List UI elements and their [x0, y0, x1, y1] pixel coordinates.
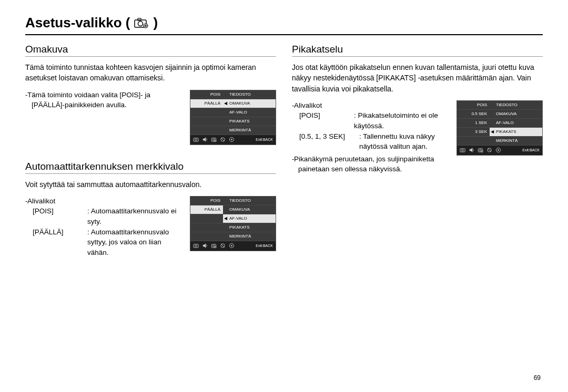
lcd-right-item: OMAKUVA [490, 110, 542, 119]
lcd-footer-icon [193, 243, 199, 249]
section-af-title: Automaattitarkennuksen merkkivalo [25, 161, 276, 174]
section-pikakatselu-row: Alivalikot [POIS] : Pikakatselutoiminto … [292, 100, 543, 174]
lcd-right-item: AF-VALO [490, 119, 542, 128]
camera-settings-icon [134, 18, 149, 28]
svg-point-19 [231, 245, 232, 247]
lcd-left-item: POIS [190, 90, 223, 99]
page-title: Asetus-valikko ( [25, 15, 130, 31]
lcd-right-item: TIEDOSTO [490, 101, 542, 110]
lcd-footer: Exit:BACK [190, 135, 276, 145]
lcd-left-item: 1 SEK [457, 119, 490, 128]
lcd-right-item: ◀AF-VALO [223, 214, 276, 223]
page-title-row: Asetus-valikko ( ) [25, 15, 543, 35]
lcd-footer-icon [460, 147, 465, 153]
section-omakuva-body: Tämä toiminto tunnistaa kohteen kasvojen… [25, 62, 276, 84]
lcd-right-item: PIKAKATS [223, 223, 276, 232]
lcd-left-item [190, 214, 223, 223]
lcd-right-item: AF-VALO [223, 108, 276, 117]
svg-point-5 [195, 139, 197, 141]
svg-point-21 [462, 150, 464, 152]
lcd-right-item: TIEDOSTO [223, 90, 276, 99]
lcd-omakuva: POISPÄÄLLÄ TIEDOSTO◀OMAKUVAAF-VALOPIKAKA… [190, 90, 276, 145]
lcd-left-item: PÄÄLLÄ [190, 205, 223, 214]
lcd-right-item: OMAKUVA [223, 205, 276, 214]
lcd-right-item: ◀PIKAKATS [490, 128, 542, 137]
lcd-left-item [190, 117, 223, 126]
left-column: Omakuva Tämä toiminto tunnistaa kohteen … [25, 44, 276, 257]
lcd-exit-label: Exit:BACK [522, 148, 540, 152]
svg-point-11 [231, 139, 232, 140]
lcd-footer-icon [229, 137, 235, 142]
lcd-right-item: ◀OMAKUVA [223, 99, 276, 108]
lcd-footer-icon [495, 147, 501, 153]
lcd-footer-icon [211, 243, 217, 249]
lcd-footer-icon [469, 147, 474, 153]
lcd-footer-icon [211, 137, 217, 142]
lcd-af: POISPÄÄLLÄ TIEDOSTOOMAKUVA◀AF-VALOPIKAKA… [190, 196, 276, 251]
lcd-right-item: MERKINTÄ [223, 232, 276, 241]
svg-point-15 [213, 245, 215, 247]
page-number: 69 [534, 374, 541, 381]
svg-point-16 [215, 246, 216, 248]
lcd-left-item [457, 137, 490, 146]
section-af-row: Alivalikot [POIS] : Automaattitarkennusv… [25, 196, 276, 257]
lcd-left-item: 0.5 SEK [457, 110, 490, 119]
right-column: Pikakatselu Jos otat käyttöön pikakatsel… [292, 44, 543, 257]
svg-point-27 [498, 150, 499, 151]
lcd-footer-icon [478, 147, 483, 153]
lcd-footer-icon [229, 243, 235, 249]
lcd-exit-label: Exit:BACK [256, 138, 273, 141]
svg-rect-1 [138, 18, 141, 20]
section-pikakatselu-details: Alivalikot [POIS] : Pikakatselutoiminto … [292, 100, 447, 174]
triangle-left-icon: ◀ [224, 216, 227, 221]
svg-point-2 [138, 21, 143, 26]
lcd-left-item [190, 126, 223, 135]
page-title-close: ) [153, 15, 158, 31]
lcd-footer-icon [220, 137, 226, 142]
content-columns: Omakuva Tämä toiminto tunnistaa kohteen … [25, 44, 543, 257]
table-row: [0.5, 1, 3 SEK] : Tallennettu kuva näkyy… [292, 131, 447, 152]
lcd-pikakatselu: POIS0.5 SEK1 SEK3 SEK TIEDOSTOOMAKUVAAF-… [457, 100, 543, 156]
triangle-left-icon: ◀ [491, 129, 494, 134]
lcd-footer: Exit:BACK [457, 146, 542, 155]
svg-point-24 [481, 151, 483, 152]
lcd-right-item: TIEDOSTO [223, 197, 276, 205]
lcd-exit-label: Exit:BACK [256, 244, 273, 247]
lcd-left-item: 3 SEK [457, 128, 490, 137]
section-af-details: Alivalikot [POIS] : Automaattitarkennusv… [25, 196, 180, 257]
svg-point-8 [215, 140, 216, 142]
lcd-left-item [190, 108, 223, 117]
lcd-left-item: POIS [457, 101, 490, 110]
svg-point-23 [480, 150, 482, 152]
lcd-right-item: MERKINTÄ [223, 126, 276, 135]
lcd-footer-icon [202, 137, 208, 142]
table-row: [POIS] : Pikakatselutoiminto ei ole käyt… [292, 110, 447, 131]
lcd-left-item: PÄÄLLÄ [190, 99, 223, 108]
lcd-footer: Exit:BACK [190, 241, 276, 251]
lcd-right-item: PIKAKATS [223, 117, 276, 126]
section-omakuva-row: Tämä toiminto voidaan valita [POIS]- ja … [25, 90, 276, 145]
lcd-left-item: POIS [190, 197, 223, 205]
section-pikakatselu-title: Pikakatselu [292, 44, 543, 57]
section-omakuva-title: Omakuva [25, 44, 276, 57]
section-omakuva-note: Tämä toiminto voidaan valita [POIS]- ja … [25, 90, 180, 110]
lcd-left-item [190, 232, 223, 241]
lcd-footer-icon [486, 147, 492, 153]
lcd-footer-icon [193, 137, 199, 142]
lcd-right-item: MERKINTÄ [490, 137, 542, 146]
table-row: [POIS] : Automaattitarkennusvalo ei syty… [25, 206, 180, 226]
table-row: [PÄÄLLÄ] : Automaattitarkennusvalo sytty… [25, 227, 180, 258]
section-af-body: Voit sytyttää tai sammuttaa automaattita… [25, 179, 276, 190]
svg-point-13 [195, 245, 197, 247]
lcd-footer-icon [220, 243, 226, 249]
section-pikakatselu-body: Jos otat käyttöön pikakatselun ennen kuv… [292, 62, 543, 94]
lcd-left-item [190, 223, 223, 232]
svg-point-7 [213, 139, 215, 141]
lcd-footer-icon [202, 243, 208, 249]
triangle-left-icon: ◀ [224, 101, 227, 106]
